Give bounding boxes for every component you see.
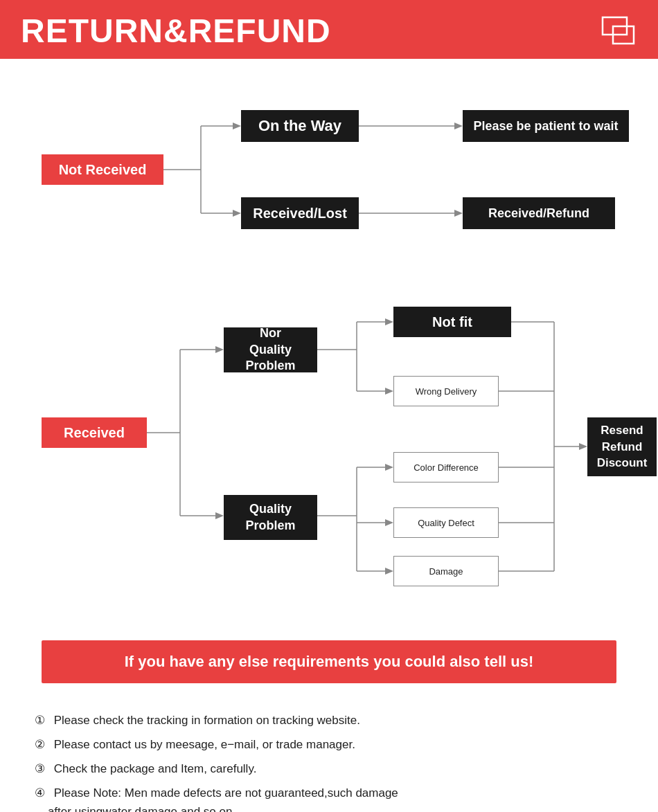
main-content: Not Received On the Way Please be patien…: [0, 59, 658, 626]
on-the-way-box: On the Way: [241, 110, 359, 142]
note-1: ① Please check the tracking in formation…: [28, 711, 630, 731]
color-difference-box: Color Difference: [393, 452, 499, 482]
wrong-delivery-box: Wrong Delivery: [393, 376, 499, 406]
svg-marker-39: [579, 443, 587, 450]
svg-marker-15: [215, 346, 224, 353]
nor-quality-box: NorQualityProblem: [224, 327, 317, 372]
note-2: ② Please contact us by meesage, e−mail, …: [28, 735, 630, 755]
svg-marker-29: [385, 519, 393, 526]
note-4: ④ Please Note: Men made defects are not …: [28, 784, 630, 812]
svg-marker-17: [215, 512, 224, 519]
received-lost-box: Received/Lost: [241, 197, 359, 229]
svg-marker-9: [454, 123, 463, 129]
svg-marker-23: [385, 388, 393, 395]
please-wait-box: Please be patient to wait: [463, 110, 629, 142]
svg-marker-21: [385, 318, 393, 325]
quality-problem-box: QualityProblem: [224, 495, 317, 540]
received-refund-box: Received/Refund: [463, 197, 615, 229]
notes-list: ① Please check the tracking in formation…: [0, 704, 658, 812]
damage-box: Damage: [393, 556, 499, 586]
quality-defect-box: Quality Defect: [393, 507, 499, 538]
resend-refund-box: ResendRefundDiscount: [587, 417, 657, 476]
received-box: Received: [42, 417, 147, 448]
bottom-banner: If you have any else requirements you co…: [42, 640, 616, 683]
svg-marker-27: [385, 464, 393, 471]
header-icon: [589, 14, 637, 48]
not-fit-box: Not fit: [393, 307, 511, 337]
svg-marker-5: [233, 123, 241, 129]
svg-marker-31: [385, 568, 393, 575]
section2-diagram: Received NorQualityProblem QualityProble…: [28, 267, 651, 599]
note-3: ③ Check the package and Item, carefully.: [28, 759, 630, 779]
page-header: RETURN&REFUND: [0, 0, 658, 59]
svg-marker-11: [454, 210, 463, 217]
page-title: RETURN&REFUND: [21, 12, 331, 50]
svg-marker-7: [233, 210, 241, 217]
section1-diagram: Not Received On the Way Please be patien…: [28, 80, 651, 260]
not-received-box: Not Received: [42, 154, 163, 185]
